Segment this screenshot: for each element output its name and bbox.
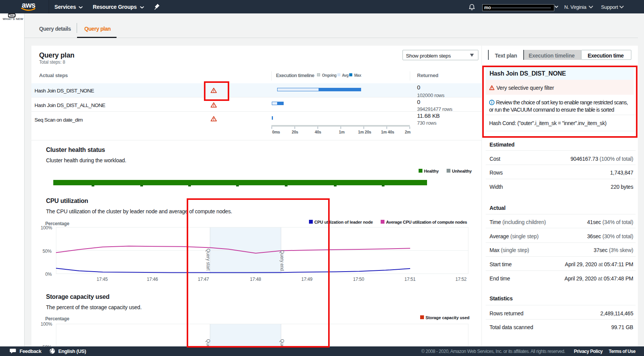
svg-text:aws: aws bbox=[22, 1, 36, 9]
